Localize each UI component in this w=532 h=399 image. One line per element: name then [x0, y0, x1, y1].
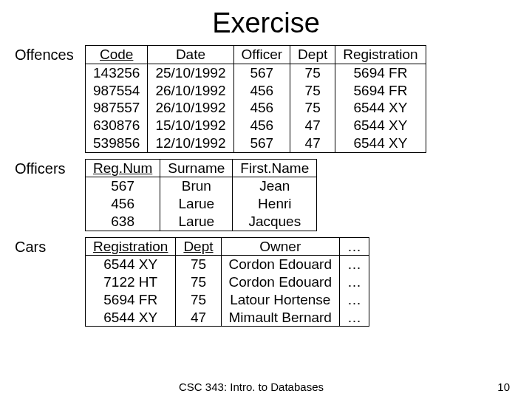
- offences-table: CodeDateOfficerDeptRegistration14325625/…: [85, 45, 426, 153]
- column-header: …: [339, 237, 369, 256]
- table-cell: 47: [176, 309, 221, 327]
- table-cell: 5694 FR: [335, 64, 426, 81]
- table-row: 63087615/10/1992456476544 XY: [86, 117, 426, 134]
- table-cell: 25/10/1992: [148, 64, 233, 81]
- table-cell: Brun: [160, 177, 233, 195]
- column-header: Dept: [176, 237, 221, 256]
- table-cell: 15/10/1992: [148, 117, 233, 134]
- table-row: 98755426/10/1992456755694 FR: [86, 82, 426, 100]
- table-cell: 75: [290, 82, 335, 100]
- slide-title: Exercise: [0, 0, 532, 44]
- table-cell: Henri: [233, 195, 317, 213]
- column-header: Registration: [335, 46, 426, 64]
- table-cell: 75: [176, 291, 221, 309]
- table-cell: 26/10/1992: [148, 99, 233, 117]
- column-header: Code: [86, 46, 148, 64]
- table-row: 5694 FR75Latour Hortense…: [86, 291, 369, 309]
- table-cell: 47: [290, 134, 335, 152]
- table-cell: …: [339, 256, 369, 273]
- column-header: Registration: [86, 237, 176, 256]
- table-cell: 6544 XY: [335, 117, 426, 134]
- table-cell: 987557: [86, 99, 148, 117]
- table-cell: 638: [86, 213, 160, 231]
- footer-course: CSC 343: Intro. to Databases: [179, 381, 324, 393]
- table-cell: Larue: [160, 213, 233, 231]
- table-cell: Mimault Bernard: [221, 309, 339, 327]
- table-cell: 75: [290, 99, 335, 117]
- column-header: First.Name: [233, 159, 317, 177]
- table-cell: 6544 XY: [86, 309, 176, 327]
- footer-page-number: 10: [497, 381, 510, 393]
- table-cell: 7122 HT: [86, 273, 176, 291]
- table-cell: 456: [86, 195, 160, 213]
- table-cell: …: [339, 273, 369, 291]
- table-row: 98755726/10/1992456756544 XY: [86, 99, 426, 117]
- table-cell: Jean: [233, 177, 317, 195]
- table-cell: 567: [233, 134, 290, 152]
- table-section-cars: Cars RegistrationDeptOwner…6544 XY75Cord…: [0, 236, 532, 332]
- table-cell: 47: [290, 117, 335, 134]
- table-row: 567BrunJean: [86, 177, 317, 195]
- table-row: 6544 XY75Cordon Edouard…: [86, 256, 369, 273]
- table-cell: 567: [233, 64, 290, 81]
- table-cell: 539856: [86, 134, 148, 152]
- table-cell: 456: [233, 117, 290, 134]
- table-row: 53985612/10/1992567476544 XY: [86, 134, 426, 152]
- table-cell: Larue: [160, 195, 233, 213]
- table-cell: 630876: [86, 117, 148, 134]
- table-cell: 75: [176, 256, 221, 273]
- table-cell: 5694 FR: [335, 82, 426, 100]
- table-row: 6544 XY47Mimault Bernard…: [86, 309, 369, 327]
- column-header: Date: [148, 46, 233, 64]
- slide-footer: CSC 343: Intro. to Databases 10: [0, 381, 532, 393]
- table-cell: Cordon Edouard: [221, 273, 339, 291]
- column-header: Dept: [290, 46, 335, 64]
- table-cell: …: [339, 291, 369, 309]
- table-cell: 6544 XY: [335, 134, 426, 152]
- table-cell: 456: [233, 82, 290, 100]
- table-cell: 75: [290, 64, 335, 81]
- column-header: Reg.Num: [86, 159, 160, 177]
- table-cell: 6544 XY: [86, 256, 176, 273]
- column-header: Surname: [160, 159, 233, 177]
- table-section-offences: Offences CodeDateOfficerDeptRegistration…: [0, 44, 532, 157]
- table-cell: 6544 XY: [335, 99, 426, 117]
- table-label: Officers: [15, 159, 85, 177]
- column-header: Owner: [221, 237, 339, 256]
- table-row: 14325625/10/1992567755694 FR: [86, 64, 426, 81]
- table-row: 7122 HT75Cordon Edouard…: [86, 273, 369, 291]
- table-cell: 75: [176, 273, 221, 291]
- table-row: 456LarueHenri: [86, 195, 317, 213]
- table-cell: …: [339, 309, 369, 327]
- table-label: Cars: [15, 237, 85, 256]
- table-cell: 143256: [86, 64, 148, 81]
- table-cell: Latour Hortense: [221, 291, 339, 309]
- table-cell: 12/10/1992: [148, 134, 233, 152]
- column-header: Officer: [233, 46, 290, 64]
- officers-table: Reg.NumSurnameFirst.Name567BrunJean456La…: [85, 159, 317, 231]
- table-cell: 987554: [86, 82, 148, 100]
- table-cell: 5694 FR: [86, 291, 176, 309]
- table-cell: 26/10/1992: [148, 82, 233, 100]
- table-section-officers: Officers Reg.NumSurnameFirst.Name567Brun…: [0, 157, 532, 236]
- table-cell: 567: [86, 177, 160, 195]
- table-cell: 456: [233, 99, 290, 117]
- cars-table: RegistrationDeptOwner…6544 XY75Cordon Ed…: [85, 237, 369, 327]
- table-cell: Cordon Edouard: [221, 256, 339, 273]
- table-cell: Jacques: [233, 213, 317, 231]
- table-row: 638LarueJacques: [86, 213, 317, 231]
- table-label: Offences: [15, 45, 85, 64]
